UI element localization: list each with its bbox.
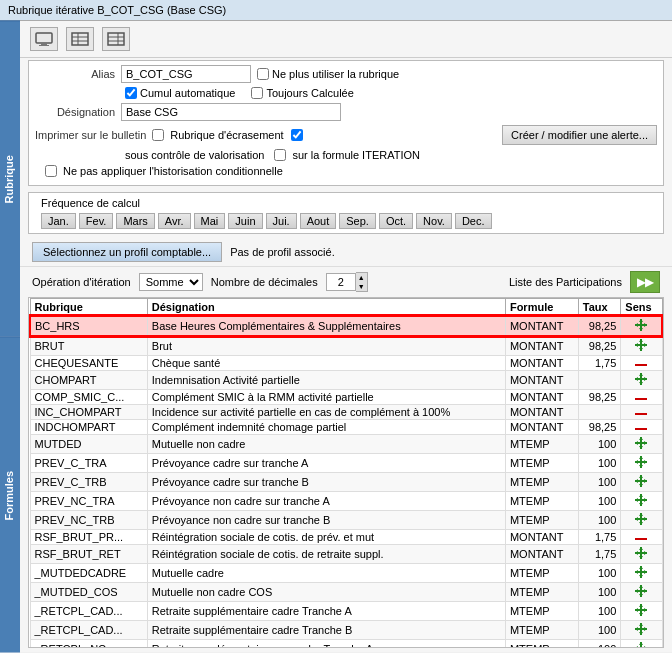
cell-formule: MONTANT — [505, 420, 578, 435]
svg-marker-69 — [644, 551, 647, 555]
cell-sens — [621, 492, 662, 511]
table-row[interactable]: BRUTBrutMONTANT98,25 — [30, 336, 662, 356]
freq-month-btn[interactable]: Jan. — [41, 213, 76, 229]
imprimer-checkbox[interactable] — [152, 129, 164, 141]
profil-section: Sélectionnez un profil comptable... Pas … — [20, 238, 672, 266]
freq-month-btn[interactable]: Mai — [194, 213, 226, 229]
svg-rect-0 — [36, 33, 52, 43]
cell-rubrique: PREV_C_TRB — [30, 473, 147, 492]
svg-marker-99 — [644, 646, 647, 648]
cell-designation: Brut — [147, 336, 505, 356]
participations-table: Rubrique Désignation Formule Taux Sens B… — [29, 298, 663, 648]
table-row[interactable]: PREV_NC_TRAPrévoyance non cadre sur tran… — [30, 492, 662, 511]
cell-sens — [621, 316, 662, 336]
table-icon[interactable] — [66, 27, 94, 51]
ne-plus-utiliser-checkbox[interactable] — [257, 68, 269, 80]
table2-icon[interactable] — [102, 27, 130, 51]
cell-taux: 100 — [578, 564, 621, 583]
table-row[interactable]: _MUTDEDCADREMutuelle cadreMTEMP100 — [30, 564, 662, 583]
creer-alerte-button[interactable]: Créer / modifier une alerte... — [502, 125, 657, 145]
table-row[interactable]: RSF_BRUT_RETRéintégration sociale de cot… — [30, 545, 662, 564]
spinner-up[interactable]: ▲ — [356, 273, 367, 282]
cell-formule: MTEMP — [505, 640, 578, 649]
freq-month-btn[interactable]: Juin — [228, 213, 262, 229]
table-row[interactable]: INDCHOMPARTComplément indemnité chomage … — [30, 420, 662, 435]
formule-iteration-checkbox[interactable] — [274, 149, 286, 161]
svg-marker-72 — [639, 566, 643, 569]
cell-formule: MONTANT — [505, 336, 578, 356]
svg-marker-53 — [639, 494, 643, 497]
svg-marker-26 — [639, 373, 643, 376]
operation-select[interactable]: Somme — [139, 273, 203, 291]
table-row[interactable]: _RETCPL_CAD...Retraite supplémentaire ca… — [30, 602, 662, 621]
decimales-input[interactable] — [326, 273, 356, 291]
sens-icon — [634, 588, 648, 600]
table-row[interactable]: _RETCPL_CAD...Retraite supplémentaire ca… — [30, 621, 662, 640]
col-rubrique: Rubrique — [30, 299, 147, 317]
rubrique-ecrasement-checkbox[interactable] — [291, 129, 303, 141]
freq-month-btn[interactable]: Oct. — [379, 213, 413, 229]
col-designation: Désignation — [147, 299, 505, 317]
svg-marker-96 — [639, 642, 643, 645]
svg-marker-86 — [635, 608, 638, 612]
table-row[interactable]: CHOMPARTIndemnisation Activité partielle… — [30, 371, 662, 390]
left-tabs: Rubrique Formules — [0, 21, 20, 652]
table-row[interactable]: PREV_NC_TRBPrévoyance non cadre sur tran… — [30, 511, 662, 530]
table-row[interactable]: PREV_C_TRAPrévoyance cadre sur tranche A… — [30, 454, 662, 473]
historisation-checkbox[interactable] — [45, 165, 57, 177]
svg-marker-59 — [639, 513, 643, 516]
cell-sens — [621, 390, 662, 405]
table-row[interactable]: CHEQUESANTEChèque santéMONTANT1,75 — [30, 356, 662, 371]
freq-month-btn[interactable]: Jui. — [266, 213, 297, 229]
alias-input[interactable] — [121, 65, 251, 83]
table-row[interactable]: BC_HRSBase Heures Complémentaires & Supp… — [30, 316, 662, 336]
svg-marker-93 — [644, 627, 647, 631]
alias-label: Alias — [35, 68, 115, 80]
liste-participations-button[interactable]: ▶▶ — [630, 271, 660, 293]
cell-designation: Mutuelle cadre — [147, 564, 505, 583]
monitor-icon[interactable] — [30, 27, 58, 51]
cumul-checkbox[interactable] — [125, 87, 137, 99]
cell-formule: MONTANT — [505, 545, 578, 564]
cell-rubrique: _RETCPL_CAD... — [30, 602, 147, 621]
cell-formule: MONTANT — [505, 405, 578, 420]
historisation-label: Ne pas appliquer l'historisation conditi… — [63, 165, 283, 177]
spinner-down[interactable]: ▼ — [356, 282, 367, 291]
svg-marker-85 — [639, 613, 643, 616]
table-row[interactable]: PREV_C_TRBPrévoyance cadre sur tranche B… — [30, 473, 662, 492]
cell-designation: Incidence sur activité partielle en cas … — [147, 405, 505, 420]
tab-rubrique[interactable]: Rubrique — [0, 21, 20, 337]
table-row[interactable]: _MUTDED_COSMutuelle non cadre COSMTEMP10… — [30, 583, 662, 602]
svg-marker-74 — [635, 570, 638, 574]
svg-marker-73 — [639, 575, 643, 578]
cell-formule: MTEMP — [505, 435, 578, 454]
freq-month-btn[interactable]: Nov. — [416, 213, 452, 229]
freq-month-btn[interactable]: Sep. — [339, 213, 376, 229]
freq-month-btn[interactable]: Aout — [300, 213, 337, 229]
cell-taux: 100 — [578, 583, 621, 602]
profil-button[interactable]: Sélectionnez un profil comptable... — [32, 242, 222, 262]
svg-marker-61 — [635, 517, 638, 521]
cumul-label: Cumul automatique — [125, 87, 235, 99]
cell-formule: MTEMP — [505, 583, 578, 602]
col-sens: Sens — [621, 299, 662, 317]
freq-month-btn[interactable]: Dec. — [455, 213, 492, 229]
svg-marker-29 — [644, 377, 647, 381]
designation-input[interactable] — [121, 103, 341, 121]
toujours-calculee-checkbox[interactable] — [251, 87, 263, 99]
table-row[interactable]: _RETCPL_NC_...Retraite supplémentaire no… — [30, 640, 662, 649]
freq-month-btn[interactable]: Fev. — [79, 213, 114, 229]
tab-formules[interactable]: Formules — [0, 337, 20, 653]
table-row[interactable]: RSF_BRUT_PR...Réintégration sociale de c… — [30, 530, 662, 545]
svg-marker-22 — [644, 343, 647, 347]
freq-month-btn[interactable]: Mars — [116, 213, 154, 229]
table-row[interactable]: INC_CHOMPARTIncidence sur activité parti… — [30, 405, 662, 420]
cell-sens — [621, 564, 662, 583]
table-row[interactable]: COMP_SMIC_C...Complément SMIC à la RMM a… — [30, 390, 662, 405]
freq-month-btn[interactable]: Avr. — [158, 213, 191, 229]
table-row[interactable]: MUTDEDMutuelle non cadreMTEMP100 — [30, 435, 662, 454]
sous-controle-label: sous contrôle de valorisation — [125, 149, 264, 161]
cell-taux: 100 — [578, 621, 621, 640]
svg-marker-68 — [635, 551, 638, 555]
sens-icon — [634, 626, 648, 638]
